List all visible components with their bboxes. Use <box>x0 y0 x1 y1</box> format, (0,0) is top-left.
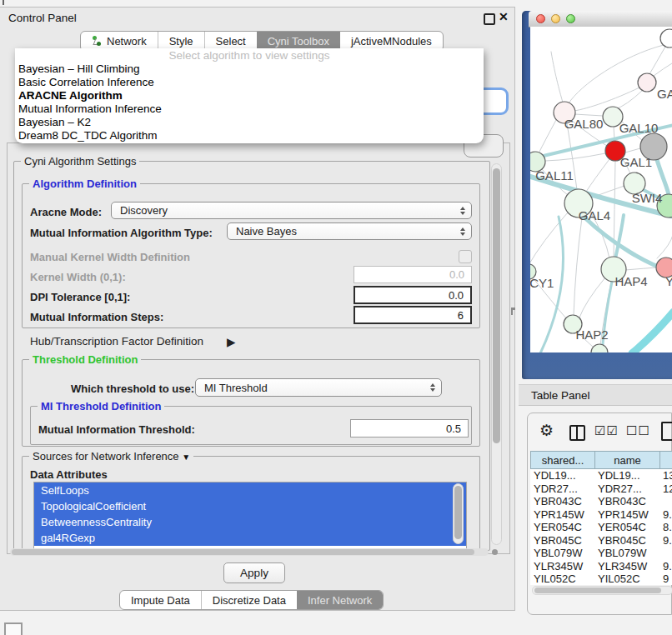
column-header[interactable]: name <box>594 451 659 469</box>
attribute-item[interactable]: SelfLoops <box>34 482 466 498</box>
kernel-width-field[interactable]: 0.0 <box>354 266 472 283</box>
table-body: YDL19...YDL19...13YDR27...YDR27...12YBR0… <box>530 469 672 585</box>
spinner-icon <box>460 207 465 215</box>
mi-threshold-field[interactable]: 0.5 <box>350 419 469 438</box>
tab-label: Discretize Data <box>213 594 286 607</box>
network-edge <box>574 218 582 315</box>
column-header[interactable] <box>659 451 672 469</box>
table-row[interactable]: YDL19...YDL19...13 <box>530 469 672 482</box>
attribute-item[interactable]: BetweennessCentrality <box>34 514 466 530</box>
network-node-label: GAL10 <box>619 121 659 135</box>
table-row[interactable]: YBR043CYBR043C <box>530 495 672 508</box>
columns-icon[interactable] <box>569 425 585 441</box>
table-cell: 13 <box>659 469 672 482</box>
network-window-titlebar[interactable] <box>529 11 672 28</box>
manual-kernel-label: Manual Kernel Width Definition <box>30 251 190 263</box>
network-edge <box>649 47 665 74</box>
network-edge <box>574 114 603 116</box>
close-traffic-light[interactable] <box>536 14 545 23</box>
table-panel-window: ⚙ ☑☑ ☐☐ shared...name YDL19...YDL19...13… <box>527 412 672 615</box>
table-cell: YIL052C <box>594 572 659 585</box>
network-node-label: GAL80 <box>564 117 604 131</box>
mi-steps-field[interactable]: 6 <box>354 306 472 324</box>
network-node-label: Y <box>665 274 672 288</box>
table-cell: 9 <box>659 572 672 585</box>
settings-vertical-scrollbar[interactable] <box>491 163 502 545</box>
network-node-label: HAP4 <box>614 274 647 288</box>
deselect-all-checks-icon[interactable]: ☐☐ <box>626 423 650 438</box>
network-node[interactable] <box>660 29 672 48</box>
apply-button[interactable]: Apply <box>223 562 285 583</box>
bottom-tabs: Impute DataDiscretize DataInfer Network <box>119 590 384 610</box>
float-window-icon[interactable] <box>484 13 495 25</box>
mi-type-select[interactable]: Naive Bayes <box>227 222 472 240</box>
gear-icon[interactable]: ⚙ <box>539 422 554 438</box>
table-cell: YPR145W <box>530 508 594 521</box>
data-attributes-label: Data Attributes <box>30 468 108 481</box>
table-cell: YBL079W <box>530 547 594 559</box>
attribute-item[interactable]: TopologicalCoefficient <box>34 498 466 514</box>
dropdown-item[interactable]: Bayesian – K2 <box>15 116 484 129</box>
table-cell: YDR27... <box>594 482 659 495</box>
table-row[interactable]: YBR045CYBR045C9. <box>530 534 672 548</box>
network-node-label: HAP2 <box>575 328 608 342</box>
table-cell: 8. <box>659 521 672 533</box>
minimize-traffic-light[interactable] <box>551 14 560 23</box>
dropdown-item[interactable]: Mutual Information Inference <box>15 102 484 116</box>
table-row[interactable]: YPR145WYPR145W9. <box>530 508 672 522</box>
which-threshold-value: MI Threshold <box>204 382 268 394</box>
table-row[interactable]: YIL052CYIL052C9 <box>530 572 672 585</box>
manual-kernel-checkbox[interactable] <box>459 250 472 263</box>
settings-horizontal-scrollbar[interactable] <box>10 548 489 556</box>
network-edge <box>657 160 669 195</box>
column-header[interactable]: shared... <box>530 451 594 469</box>
table-cell: 12 <box>659 482 672 495</box>
tab-impute-data[interactable]: Impute Data <box>120 591 201 609</box>
table-row[interactable]: YDR27...YDR27...12 <box>530 482 672 496</box>
table-row[interactable]: YLR345WYLR345W9. <box>530 560 672 573</box>
close-window-icon[interactable]: ✕ <box>499 10 509 23</box>
document-icon[interactable] <box>661 422 672 441</box>
tab-label: Select <box>216 35 246 48</box>
select-all-checks-icon[interactable]: ☑☑ <box>594 423 619 438</box>
table-cell: 9. <box>659 560 672 572</box>
kernel-width-label: Kernel Width (0,1): <box>30 271 126 283</box>
minimized-panel-icon[interactable] <box>4 622 23 635</box>
aracne-mode-select[interactable]: Discovery <box>111 202 472 219</box>
which-threshold-select[interactable]: MI Threshold <box>195 378 442 397</box>
dropdown-item[interactable]: ARACNE Algorithm <box>15 89 484 102</box>
tab-infer-network[interactable]: Infer Network <box>297 591 383 609</box>
dropdown-item[interactable]: Basic Correlation Inference <box>15 76 484 89</box>
network-node[interactable] <box>591 344 608 352</box>
mi-type-label: Mutual Information Algorithm Type: <box>30 227 213 239</box>
tab-label: Infer Network <box>308 594 372 607</box>
network-edge <box>539 120 556 153</box>
attributes-scrollbar[interactable] <box>453 483 464 544</box>
mouse-cursor <box>509 308 515 315</box>
spinner-icon <box>430 383 435 392</box>
attribute-item[interactable]: gal4RGexp <box>34 530 466 546</box>
network-canvas[interactable]: GALGAL80GAL10GAL1GAL11SWI4GAL4GCY1HAP4YH… <box>530 27 672 352</box>
table-cell: YBR045C <box>594 534 659 547</box>
table-horizontal-scrollbar[interactable] <box>532 586 672 595</box>
dropdown-item[interactable]: Bayesian – Hill Climbing <box>15 62 484 76</box>
table-column-headers: shared...name <box>530 451 672 469</box>
table-row[interactable]: YBL079WYBL079W <box>530 547 672 560</box>
zoom-traffic-light[interactable] <box>566 14 575 23</box>
table-cell: 9. <box>659 534 672 547</box>
table-row[interactable]: YER054CYER054C8. <box>530 521 672 534</box>
tab-discretize-data[interactable]: Discretize Data <box>201 591 297 609</box>
hub-section-label[interactable]: Hub/Transcription Factor Definition <box>30 335 203 348</box>
data-attributes-list[interactable]: SelfLoopsTopologicalCoefficientBetweenne… <box>33 482 467 549</box>
network-node[interactable] <box>638 73 656 92</box>
dpi-tolerance-field[interactable]: 0.0 <box>354 286 472 304</box>
expand-arrow-icon[interactable]: ▼ <box>182 452 190 462</box>
collapse-arrow-icon[interactable]: ▶ <box>227 335 235 348</box>
network-edge <box>602 282 612 352</box>
tab-label: jActiveMNodules <box>351 35 432 48</box>
table-cell: YLR345W <box>530 560 594 572</box>
algorithm-definition-title: Algorithm Definition <box>29 178 140 190</box>
network-icon <box>92 36 103 47</box>
dropdown-item[interactable]: Dream8 DC_TDC Algorithm <box>15 129 484 142</box>
control-panel-window: Control Panel ✕ NetworkStyleSelectCyni T… <box>0 7 515 611</box>
